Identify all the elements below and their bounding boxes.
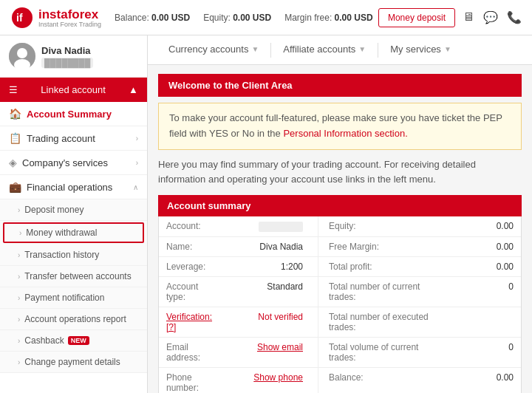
cell-total-profit-value: 0.00 [436, 257, 521, 276]
chevron-right-icon: › [136, 134, 138, 143]
sidebar-sub-transfer-between-accounts[interactable]: › Transfer between accounts [0, 266, 147, 287]
sidebar-sub-change-payment-details[interactable]: › Change payment details [0, 352, 147, 373]
tab-my-services-label: My services [390, 44, 441, 55]
layout: Diva Nadia ████████ ☰ Linked account ▲ 🏠… [0, 35, 532, 393]
svg-text:if: if [16, 12, 23, 24]
sub-arrow-icon-8: › [18, 358, 20, 366]
cell-total-executed-trades-value [436, 307, 521, 337]
cell-phone-value: Show phone [225, 368, 318, 393]
cell-equity-value: 0.00 [436, 216, 521, 236]
personal-info-link[interactable]: Personal Information section. [283, 128, 407, 139]
sidebar-item-companys-services[interactable]: ◈ Company's services › [0, 151, 147, 175]
linked-account-icon: ☰ [9, 84, 18, 95]
sidebar-sub-account-operations-report[interactable]: › Account operations report [0, 309, 147, 330]
sidebar-sub-deposit-money[interactable]: › Deposit money [0, 199, 147, 221]
sidebar-sub-payment-notification[interactable]: › Payment notification [0, 287, 147, 309]
sub-arrow-icon-7: › [18, 337, 20, 345]
table-row: Phone number: Show phone Balance: 0.00 [159, 368, 521, 393]
welcome-banner: Welcome to the Client Area [158, 74, 522, 97]
show-phone-link[interactable]: Show phone [253, 372, 303, 383]
cell-name-label: Name: [159, 237, 225, 256]
sidebar-sub-transaction-history[interactable]: › Transaction history [0, 245, 147, 266]
chevron-down-icon: ∧ [133, 183, 138, 191]
chevron-right-icon-2: › [136, 159, 138, 167]
account-summary-title: Account summary [158, 195, 522, 216]
topbar: if instaforex Instant Forex Trading Bala… [0, 0, 532, 35]
cell-balance-value: 0.00 [436, 368, 521, 393]
sidebar-section-linked-account[interactable]: ☰ Linked account ▲ [0, 78, 147, 102]
cell-account-type-value: Standard [225, 277, 318, 307]
financial-operations-label: Financial operations [27, 182, 112, 193]
cashback-label: Cashback [24, 335, 64, 346]
cell-leverage-value: 1:200 [225, 257, 318, 276]
list-icon: 📋 [9, 132, 21, 144]
trading-account-label: Trading account [27, 133, 95, 144]
margin-stat: Margin free: 0.00 USD [284, 13, 372, 23]
topbar-icons: 🖥 💬 📞 [463, 10, 522, 24]
balance-stat: Balance: 0.00 USD [115, 13, 190, 23]
cell-account-value [225, 216, 318, 236]
logo-icon: if [10, 6, 34, 30]
money-deposit-button[interactable]: Money deposit [378, 8, 455, 27]
sub-arrow-icon: › [18, 206, 20, 214]
user-id: ████████ [41, 58, 93, 68]
logo: if instaforex Instant Forex Trading [10, 6, 101, 30]
sub-arrow-icon-6: › [18, 315, 20, 324]
avatar [9, 43, 35, 69]
verification-link[interactable]: Verification: [?] [166, 312, 212, 332]
chat-icon[interactable]: 💬 [483, 10, 498, 24]
nav-tabs: Currency accounts ▼ Affiliate accounts ▼… [148, 35, 532, 65]
sub-arrow-icon-2: › [19, 229, 21, 237]
sidebar-item-trading-account[interactable]: 📋 Trading account › [0, 126, 147, 151]
cell-total-executed-trades-label: Total number of executed trades: [318, 307, 436, 337]
cell-phone-label: Phone number: [159, 368, 225, 393]
sidebar: Diva Nadia ████████ ☰ Linked account ▲ 🏠… [0, 35, 148, 393]
main-content: Currency accounts ▼ Affiliate accounts ▼… [148, 35, 532, 393]
briefcase-icon: 💼 [9, 181, 21, 193]
cell-email-label: Email address: [159, 338, 225, 367]
cell-total-volume-current-value: 0 [436, 338, 521, 367]
payment-notification-label: Payment notification [24, 293, 104, 303]
tab-affiliate-accounts[interactable]: Affiliate accounts ▼ [274, 35, 375, 65]
phone-icon[interactable]: 📞 [507, 10, 522, 24]
show-email-link[interactable]: Show email [257, 342, 303, 352]
cell-total-current-trades-label: Total number of current trades: [318, 277, 436, 307]
deposit-money-label: Deposit money [24, 205, 83, 215]
sidebar-sub-money-withdrawal[interactable]: › Money withdrawal [3, 222, 144, 243]
table-row: Name: Diva Nadia Free Margin: 0.00 [159, 237, 521, 257]
logo-text: instaforex [38, 7, 98, 21]
table-row: Email address: Show email Total volume o… [159, 338, 521, 368]
tab-currency-accounts[interactable]: Currency accounts ▼ [160, 35, 267, 65]
cell-total-volume-current-label: Total volume of current trades: [318, 338, 436, 367]
sidebar-item-account-summary[interactable]: 🏠 Account Summary [0, 102, 147, 126]
monitor-icon[interactable]: 🖥 [463, 10, 474, 24]
svg-point-3 [17, 48, 27, 58]
sidebar-sub-cashback[interactable]: › Cashback NEW [0, 330, 147, 352]
table-row: Verification: [?] Not verified Total num… [159, 307, 521, 338]
sub-arrow-icon-3: › [18, 251, 20, 259]
sidebar-item-financial-operations[interactable]: 💼 Financial operations ∧ [0, 175, 147, 199]
transfer-between-accounts-label: Transfer between accounts [24, 271, 131, 281]
info-text: Here you may find summary of your tradin… [158, 157, 522, 188]
not-verified-status: Not verified [258, 312, 303, 322]
cell-email-value: Show email [225, 338, 318, 367]
tab-my-services[interactable]: My services ▼ [381, 35, 460, 65]
table-row: Account: Equity: 0.00 [159, 216, 521, 237]
cell-verification-value: Not verified [225, 307, 318, 337]
cell-free-margin-value: 0.00 [436, 237, 521, 256]
cell-total-profit-label: Total profit: [318, 257, 436, 276]
change-payment-details-label: Change payment details [24, 357, 120, 367]
financial-operations-submenu: › Deposit money › Money withdrawal › Tra… [0, 199, 147, 373]
sidebar-section-label: Linked account [41, 84, 105, 95]
transaction-history-label: Transaction history [24, 250, 99, 260]
cell-verification-label: Verification: [?] [159, 307, 225, 337]
user-area: Diva Nadia ████████ [0, 35, 147, 78]
money-withdrawal-label: Money withdrawal [26, 228, 97, 238]
new-badge: NEW [68, 336, 89, 345]
cell-leverage-label: Leverage: [159, 257, 225, 276]
sub-arrow-icon-4: › [18, 273, 20, 281]
tab-arrow-1: ▼ [251, 45, 259, 53]
companys-services-label: Company's services [22, 157, 108, 168]
topbar-stats: Balance: 0.00 USD Equity: 0.00 USD Margi… [115, 13, 373, 23]
home-icon: 🏠 [9, 108, 21, 120]
